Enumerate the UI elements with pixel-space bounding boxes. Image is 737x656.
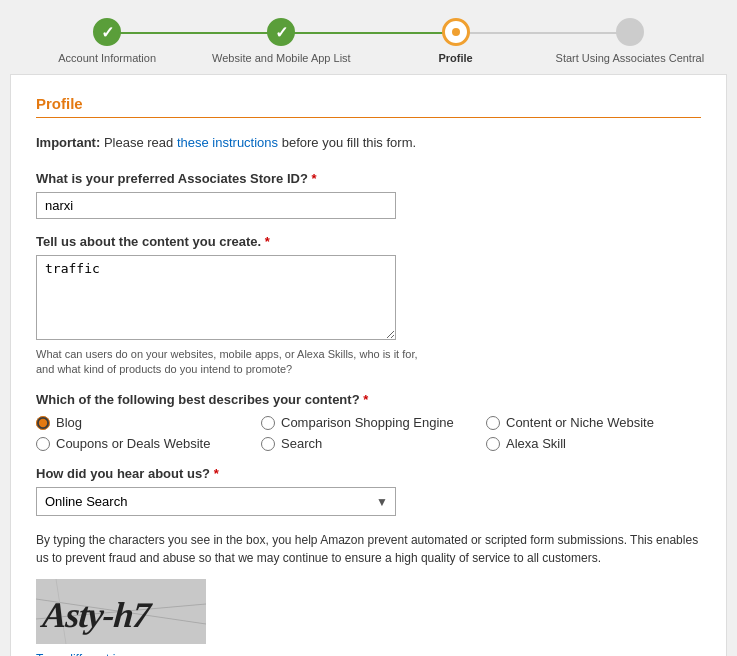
important-notice: Important: Please read these instruction…	[36, 133, 701, 153]
important-suffix: before you fill this form.	[282, 135, 416, 150]
radio-search: Search	[261, 436, 476, 451]
svg-text:Asty-h7: Asty-h7	[39, 595, 154, 635]
important-body: Please read	[104, 135, 177, 150]
radio-coupons: Coupons or Deals Website	[36, 436, 251, 451]
hear-required: *	[214, 466, 219, 481]
instructions-link[interactable]: these instructions	[177, 135, 278, 150]
step-label-website-list: Website and Mobile App List	[212, 52, 351, 64]
important-label: Important:	[36, 135, 100, 150]
hear-group: How did you hear about us? * Online Sear…	[36, 466, 701, 516]
checkmark-icon-2	[275, 23, 288, 42]
radio-grid: Blog Comparison Shopping Engine Content …	[36, 415, 701, 451]
radio-alexa-label[interactable]: Alexa Skill	[506, 436, 566, 451]
step-circle-website-list	[267, 18, 295, 46]
radio-comparison-input[interactable]	[261, 416, 275, 430]
hear-label: How did you hear about us? *	[36, 466, 701, 481]
main-content: Profile Important: Please read these ins…	[10, 74, 727, 656]
captcha-image: Asty-h7	[36, 579, 206, 644]
radio-coupons-input[interactable]	[36, 437, 50, 451]
step-label-profile: Profile	[439, 52, 473, 64]
store-id-group: What is your preferred Associates Store …	[36, 171, 701, 219]
store-id-label: What is your preferred Associates Store …	[36, 171, 701, 186]
hear-dropdown-wrapper: Online Search Email Friend or Colleague …	[36, 487, 396, 516]
step-account-info: Account Information	[20, 18, 194, 64]
radio-search-label[interactable]: Search	[281, 436, 322, 451]
content-textarea[interactable]: traffic	[36, 255, 396, 340]
step-circle-profile	[442, 18, 470, 46]
radio-coupons-label[interactable]: Coupons or Deals Website	[56, 436, 210, 451]
radio-blog: Blog	[36, 415, 251, 430]
step-label-start-using: Start Using Associates Central	[556, 52, 705, 64]
radio-niche-input[interactable]	[486, 416, 500, 430]
radio-alexa: Alexa Skill	[486, 436, 701, 451]
content-type-group: Which of the following best describes yo…	[36, 392, 701, 451]
store-id-input[interactable]	[36, 192, 396, 219]
step-circle-account-info	[93, 18, 121, 46]
content-required: *	[265, 234, 270, 249]
step-label-account-info: Account Information	[58, 52, 156, 64]
try-different-image-link[interactable]: Try a different image	[36, 652, 701, 656]
progress-bar: Account Information Website and Mobile A…	[0, 0, 737, 74]
step-profile: Profile	[369, 18, 543, 64]
store-id-required: *	[312, 171, 317, 186]
captcha-svg: Asty-h7	[36, 579, 206, 644]
radio-alexa-input[interactable]	[486, 437, 500, 451]
step-website-list: Website and Mobile App List	[194, 18, 368, 64]
radio-search-input[interactable]	[261, 437, 275, 451]
radio-niche-label[interactable]: Content or Niche Website	[506, 415, 654, 430]
content-type-label: Which of the following best describes yo…	[36, 392, 701, 407]
captcha-group: By typing the characters you see in the …	[36, 531, 701, 656]
content-group: Tell us about the content you create. * …	[36, 234, 701, 378]
radio-comparison-label[interactable]: Comparison Shopping Engine	[281, 415, 454, 430]
hear-dropdown[interactable]: Online Search Email Friend or Colleague …	[36, 487, 396, 516]
content-hint: What can users do on your websites, mobi…	[36, 347, 436, 378]
content-type-required: *	[363, 392, 368, 407]
content-label: Tell us about the content you create. *	[36, 234, 701, 249]
radio-blog-input[interactable]	[36, 416, 50, 430]
step-start-using: Start Using Associates Central	[543, 18, 717, 64]
radio-niche: Content or Niche Website	[486, 415, 701, 430]
radio-comparison: Comparison Shopping Engine	[261, 415, 476, 430]
step-number-profile	[452, 28, 460, 36]
step-circle-start-using	[616, 18, 644, 46]
section-title: Profile	[36, 95, 701, 118]
checkmark-icon	[101, 23, 114, 42]
captcha-info-text: By typing the characters you see in the …	[36, 531, 701, 567]
radio-blog-label[interactable]: Blog	[56, 415, 82, 430]
